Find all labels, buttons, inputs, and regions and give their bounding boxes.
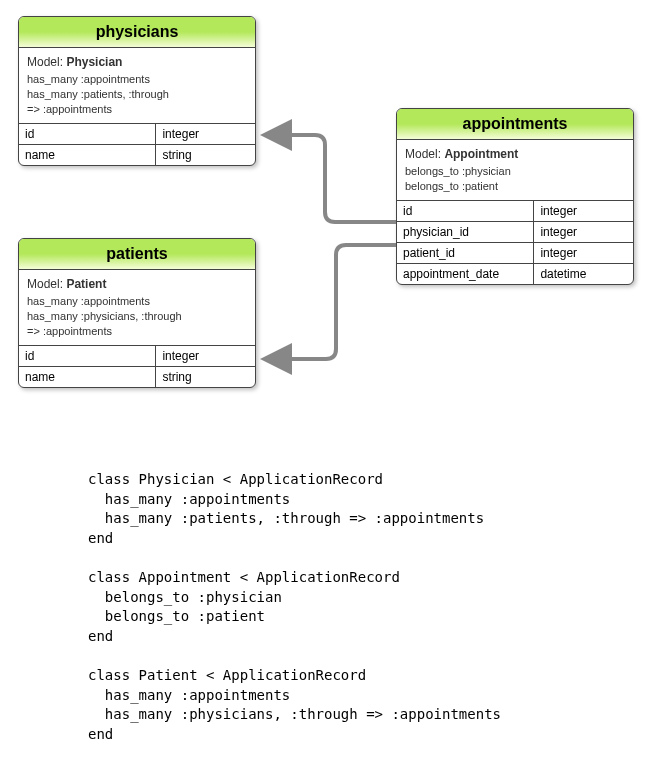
attr-type: integer — [534, 200, 633, 221]
attr-type: string — [156, 144, 255, 165]
entity-patients: patients Model: Patient has_many :appoin… — [18, 238, 256, 388]
assoc-line: has_many :physicians, :through — [27, 309, 247, 324]
assoc-line: => :appointments — [27, 324, 247, 339]
arrow-patient — [268, 245, 396, 359]
assoc-line: => :appointments — [27, 102, 247, 117]
attr-name: physician_id — [397, 221, 534, 242]
attr-type: integer — [534, 242, 633, 263]
entity-body: Model: Physician has_many :appointments … — [19, 48, 255, 123]
entity-title: physicians — [19, 17, 255, 48]
assoc-line: has_many :appointments — [27, 72, 247, 87]
assoc-line: has_many :patients, :through — [27, 87, 247, 102]
assoc-line: has_many :appointments — [27, 294, 247, 309]
attr-table: id integer name string — [19, 123, 255, 165]
attr-name: appointment_date — [397, 263, 534, 284]
table-row: patient_id integer — [397, 242, 633, 263]
entity-body: Model: Patient has_many :appointments ha… — [19, 270, 255, 345]
assoc-line: belongs_to :physician — [405, 164, 625, 179]
model-name: Appointment — [444, 147, 518, 161]
attr-type: integer — [156, 345, 255, 366]
attr-name: id — [19, 123, 156, 144]
table-row: id integer — [19, 345, 255, 366]
model-label: Model: — [405, 147, 441, 161]
model-label: Model: — [27, 277, 63, 291]
attr-type: integer — [534, 221, 633, 242]
attr-name: name — [19, 144, 156, 165]
model-name: Patient — [66, 277, 106, 291]
attr-type: datetime — [534, 263, 633, 284]
attr-table: id integer physician_id integer patient_… — [397, 200, 633, 284]
table-row: id integer — [19, 123, 255, 144]
table-row: id integer — [397, 200, 633, 221]
arrow-physician — [268, 135, 396, 222]
table-row: name string — [19, 144, 255, 165]
attr-name: id — [19, 345, 156, 366]
table-row: name string — [19, 366, 255, 387]
assoc-line: belongs_to :patient — [405, 179, 625, 194]
attr-name: patient_id — [397, 242, 534, 263]
entity-appointments: appointments Model: Appointment belongs_… — [396, 108, 634, 285]
table-row: appointment_date datetime — [397, 263, 633, 284]
table-row: physician_id integer — [397, 221, 633, 242]
model-name: Physician — [66, 55, 122, 69]
model-label: Model: — [27, 55, 63, 69]
attr-type: integer — [156, 123, 255, 144]
entity-body: Model: Appointment belongs_to :physician… — [397, 140, 633, 200]
entity-title: patients — [19, 239, 255, 270]
attr-name: id — [397, 200, 534, 221]
attr-table: id integer name string — [19, 345, 255, 387]
code-block: class Physician < ApplicationRecord has_… — [88, 470, 501, 744]
entity-physicians: physicians Model: Physician has_many :ap… — [18, 16, 256, 166]
attr-type: string — [156, 366, 255, 387]
entity-title: appointments — [397, 109, 633, 140]
attr-name: name — [19, 366, 156, 387]
